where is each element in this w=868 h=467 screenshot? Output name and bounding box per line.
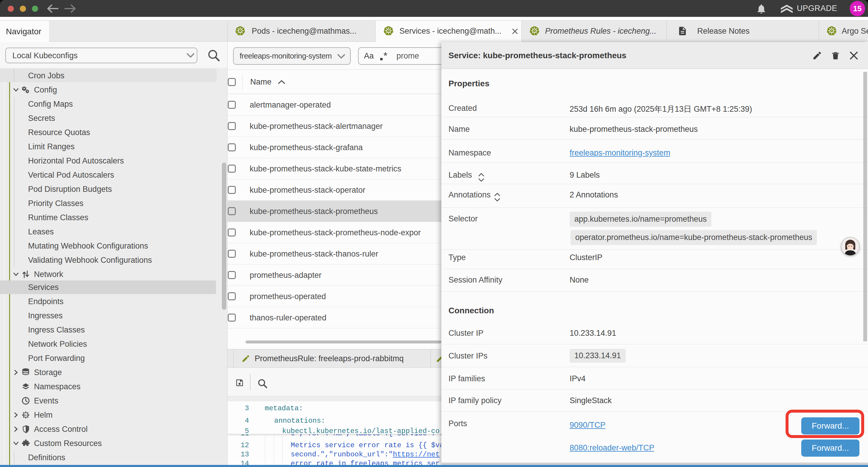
svg-text:*: *	[383, 52, 387, 61]
svg-text:HELM: HELM	[23, 414, 29, 416]
